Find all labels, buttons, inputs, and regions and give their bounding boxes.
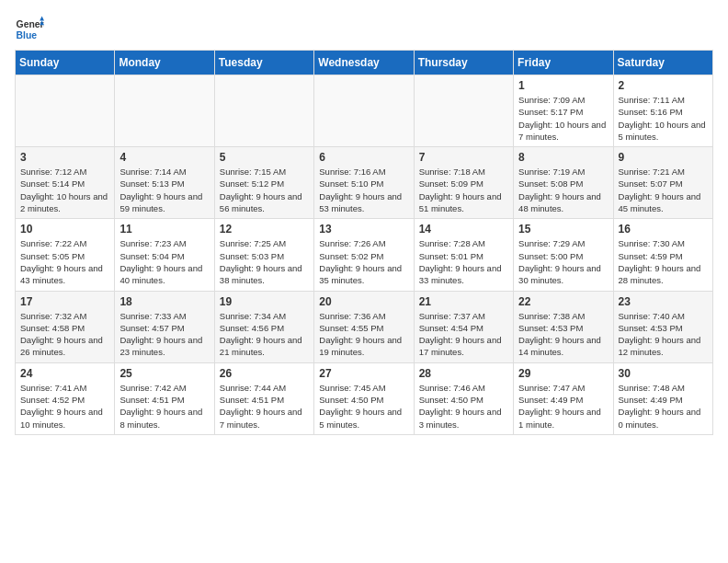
day-number: 15 [518,223,608,236]
day-number: 18 [119,295,209,308]
day-info: Sunrise: 7:42 AM Sunset: 4:51 PM Dayligh… [119,382,209,431]
day-number: 13 [319,223,408,236]
day-number: 17 [20,295,109,308]
calendar-cell [16,75,115,147]
day-info: Sunrise: 7:41 AM Sunset: 4:52 PM Dayligh… [20,382,109,431]
calendar-cell: 28Sunrise: 7:46 AM Sunset: 4:50 PM Dayli… [414,362,513,434]
day-info: Sunrise: 7:23 AM Sunset: 5:04 PM Dayligh… [119,237,209,286]
weekday-header-cell: Saturday [613,51,712,75]
calendar-cell: 1Sunrise: 7:09 AM Sunset: 5:17 PM Daylig… [514,75,613,147]
calendar-cell: 4Sunrise: 7:14 AM Sunset: 5:13 PM Daylig… [115,147,214,219]
day-info: Sunrise: 7:21 AM Sunset: 5:07 PM Dayligh… [619,166,708,214]
weekday-header-cell: Wednesday [314,51,414,75]
calendar-cell [414,75,513,147]
day-number: 8 [518,151,608,164]
day-number: 6 [319,151,408,164]
day-info: Sunrise: 7:28 AM Sunset: 5:01 PM Dayligh… [419,237,508,286]
day-info: Sunrise: 7:14 AM Sunset: 5:13 PM Dayligh… [119,166,209,214]
day-number: 10 [20,223,109,236]
day-info: Sunrise: 7:29 AM Sunset: 5:00 PM Dayligh… [518,237,608,286]
calendar-week-row: 1Sunrise: 7:09 AM Sunset: 5:17 PM Daylig… [16,75,713,147]
weekday-header-cell: Thursday [414,51,513,75]
calendar-cell: 9Sunrise: 7:21 AM Sunset: 5:07 PM Daylig… [613,147,712,219]
weekday-header-cell: Sunday [16,51,115,75]
weekday-header-cell: Monday [115,51,214,75]
svg-marker-2 [40,17,44,21]
weekday-header-row: SundayMondayTuesdayWednesdayThursdayFrid… [16,51,713,75]
day-number: 14 [419,223,508,236]
calendar-cell: 25Sunrise: 7:42 AM Sunset: 4:51 PM Dayli… [115,362,214,434]
calendar-cell: 16Sunrise: 7:30 AM Sunset: 4:59 PM Dayli… [613,219,712,291]
calendar-cell: 17Sunrise: 7:32 AM Sunset: 4:58 PM Dayli… [16,291,115,362]
day-info: Sunrise: 7:22 AM Sunset: 5:05 PM Dayligh… [20,237,109,286]
calendar-cell: 22Sunrise: 7:38 AM Sunset: 4:53 PM Dayli… [514,291,613,362]
calendar-week-row: 24Sunrise: 7:41 AM Sunset: 4:52 PM Dayli… [16,362,713,434]
day-info: Sunrise: 7:45 AM Sunset: 4:50 PM Dayligh… [319,382,408,431]
day-info: Sunrise: 7:18 AM Sunset: 5:09 PM Dayligh… [419,166,508,214]
calendar-week-row: 17Sunrise: 7:32 AM Sunset: 4:58 PM Dayli… [16,291,713,362]
calendar-cell: 26Sunrise: 7:44 AM Sunset: 4:51 PM Dayli… [214,362,313,434]
calendar-cell: 20Sunrise: 7:36 AM Sunset: 4:55 PM Dayli… [314,291,414,362]
day-info: Sunrise: 7:33 AM Sunset: 4:57 PM Dayligh… [119,310,209,359]
calendar-body: 1Sunrise: 7:09 AM Sunset: 5:17 PM Daylig… [16,75,713,435]
calendar-cell: 5Sunrise: 7:15 AM Sunset: 5:12 PM Daylig… [214,147,313,219]
day-number: 16 [619,223,708,236]
day-info: Sunrise: 7:44 AM Sunset: 4:51 PM Dayligh… [220,382,309,431]
day-info: Sunrise: 7:48 AM Sunset: 4:49 PM Dayligh… [619,382,708,431]
day-info: Sunrise: 7:16 AM Sunset: 5:10 PM Dayligh… [319,166,408,214]
day-number: 1 [518,79,608,92]
calendar-cell: 21Sunrise: 7:37 AM Sunset: 4:54 PM Dayli… [414,291,513,362]
calendar-cell [214,75,313,147]
calendar-cell: 19Sunrise: 7:34 AM Sunset: 4:56 PM Dayli… [214,291,313,362]
calendar-cell: 23Sunrise: 7:40 AM Sunset: 4:53 PM Dayli… [613,291,712,362]
day-number: 2 [619,79,708,92]
calendar-cell: 3Sunrise: 7:12 AM Sunset: 5:14 PM Daylig… [16,147,115,219]
day-info: Sunrise: 7:09 AM Sunset: 5:17 PM Dayligh… [518,94,608,143]
calendar-cell: 13Sunrise: 7:26 AM Sunset: 5:02 PM Dayli… [314,219,414,291]
day-info: Sunrise: 7:19 AM Sunset: 5:08 PM Dayligh… [518,166,608,214]
day-number: 30 [619,367,708,380]
day-info: Sunrise: 7:36 AM Sunset: 4:55 PM Dayligh… [319,310,408,359]
svg-text:Blue: Blue [17,30,38,40]
day-number: 7 [419,151,508,164]
day-number: 3 [20,151,109,164]
weekday-header-cell: Friday [514,51,613,75]
calendar-cell: 10Sunrise: 7:22 AM Sunset: 5:05 PM Dayli… [16,219,115,291]
page-header: General Blue [15,15,713,44]
day-number: 22 [518,295,608,308]
day-info: Sunrise: 7:34 AM Sunset: 4:56 PM Dayligh… [220,310,309,359]
day-number: 4 [119,151,209,164]
logo-icon: General Blue [15,15,44,44]
day-number: 11 [119,223,209,236]
day-number: 12 [220,223,309,236]
day-info: Sunrise: 7:38 AM Sunset: 4:53 PM Dayligh… [518,310,608,359]
calendar-table: SundayMondayTuesdayWednesdayThursdayFrid… [15,50,713,435]
day-number: 27 [319,367,408,380]
day-info: Sunrise: 7:32 AM Sunset: 4:58 PM Dayligh… [20,310,109,359]
calendar-cell: 30Sunrise: 7:48 AM Sunset: 4:49 PM Dayli… [613,362,712,434]
day-info: Sunrise: 7:30 AM Sunset: 4:59 PM Dayligh… [619,237,708,286]
calendar-cell: 8Sunrise: 7:19 AM Sunset: 5:08 PM Daylig… [514,147,613,219]
day-number: 28 [419,367,508,380]
day-number: 25 [119,367,209,380]
day-number: 5 [220,151,309,164]
calendar-cell: 24Sunrise: 7:41 AM Sunset: 4:52 PM Dayli… [16,362,115,434]
calendar-cell: 12Sunrise: 7:25 AM Sunset: 5:03 PM Dayli… [214,219,313,291]
day-info: Sunrise: 7:37 AM Sunset: 4:54 PM Dayligh… [419,310,508,359]
day-number: 24 [20,367,109,380]
day-number: 26 [220,367,309,380]
calendar-cell: 7Sunrise: 7:18 AM Sunset: 5:09 PM Daylig… [414,147,513,219]
day-number: 29 [518,367,608,380]
day-number: 20 [319,295,408,308]
calendar-cell [115,75,214,147]
calendar-cell: 2Sunrise: 7:11 AM Sunset: 5:16 PM Daylig… [613,75,712,147]
day-info: Sunrise: 7:26 AM Sunset: 5:02 PM Dayligh… [319,237,408,286]
day-number: 19 [220,295,309,308]
calendar-cell: 18Sunrise: 7:33 AM Sunset: 4:57 PM Dayli… [115,291,214,362]
calendar-cell: 6Sunrise: 7:16 AM Sunset: 5:10 PM Daylig… [314,147,414,219]
day-info: Sunrise: 7:12 AM Sunset: 5:14 PM Dayligh… [20,166,109,214]
logo: General Blue [15,15,44,44]
calendar-cell [314,75,414,147]
calendar-week-row: 3Sunrise: 7:12 AM Sunset: 5:14 PM Daylig… [16,147,713,219]
day-info: Sunrise: 7:25 AM Sunset: 5:03 PM Dayligh… [220,237,309,286]
